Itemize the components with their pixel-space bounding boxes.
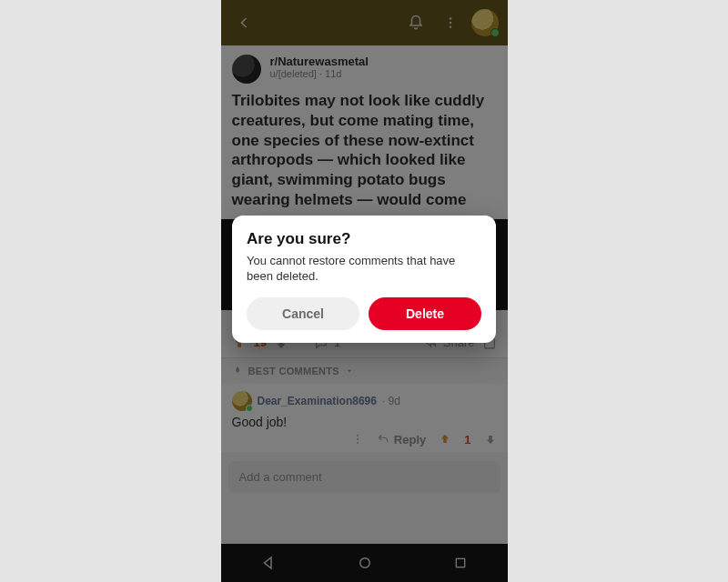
dialog-body: You cannot restore comments that have be… bbox=[247, 254, 481, 285]
confirm-delete-dialog: Are you sure? You cannot restore comment… bbox=[232, 216, 496, 343]
cancel-label: Cancel bbox=[282, 306, 324, 321]
delete-label: Delete bbox=[406, 306, 444, 321]
dialog-title: Are you sure? bbox=[247, 230, 481, 248]
cancel-button[interactable]: Cancel bbox=[247, 297, 359, 330]
phone-frame: r/Naturewasmetal u/[deleted] · 11d Trilo… bbox=[221, 0, 508, 582]
delete-button[interactable]: Delete bbox=[369, 297, 481, 330]
